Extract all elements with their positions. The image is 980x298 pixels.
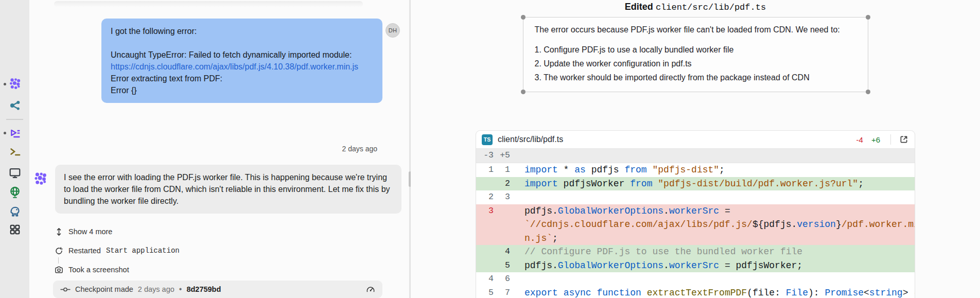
user-message-bubble: I got the following error: Uncaught Type… [101,19,382,103]
refresh-icon [54,246,63,255]
diff-line: 11import * as pdfjs from "pdfjs-dist"; [476,163,915,177]
screenshot-action-row[interactable]: Took a screenshot [54,265,129,274]
agent-message-bubble: I see the error with loading the PDF.js … [55,165,401,214]
diff-line: 5pdfjs.GlobalWorkerOptions.workerSrc = p… [476,259,915,273]
sidebar-divider [6,119,23,120]
run-list-glyph [9,127,21,139]
selection-handle[interactable] [866,15,870,20]
selection-handle[interactable] [866,90,870,94]
restarted-label: Restarted [68,247,101,255]
show-more-button[interactable]: Show 4 more [54,227,112,236]
user-message-detail: Error extracting text from PDF: [111,73,373,84]
typescript-file-icon: TS [482,134,493,145]
globe-glyph [9,186,21,198]
summary-intro: The error occurs because PDF.js worker f… [535,24,856,36]
checkpoint-label: Checkpoint made [75,285,133,293]
summary-message-box[interactable]: The error occurs because PDF.js worker f… [523,17,868,92]
diff-card: TS client/src/lib/pdf.ts -4 +6 -3 +5 [476,130,915,298]
diff-line: 4// Configure PDF.js to use the bundled … [476,245,915,259]
lines-removed-count: -4 [856,135,863,144]
workflows-icon[interactable] [8,126,22,139]
agent-icon[interactable] [8,77,22,91]
terminal-prompt-glyph [9,146,21,157]
panel-title-filepath: client/src/lib/pdf.ts [656,3,766,12]
agent-avatar [33,171,48,186]
commit-icon [60,287,71,292]
diff-line: 57export async function extractTextFromP… [476,286,915,298]
summary-list: 1. Configure PDF.js to use a locally bun… [535,44,856,83]
postgres-elephant-glyph [9,205,21,217]
open-in-editor-icon[interactable] [898,134,909,145]
scrolled-message-fade [54,1,363,7]
database-icon[interactable] [8,204,22,218]
agent-dots-glyph [8,77,22,91]
branch-dots-glyph [9,99,21,112]
selection-handle[interactable] [521,90,526,94]
user-message-error: Uncaught TypeError: Failed to fetch dyna… [111,49,373,61]
user-message-detail2: Error {} [111,84,373,96]
all-tools-icon[interactable] [8,223,22,236]
expand-vertical-icon [54,227,63,236]
action-connector-line [58,257,59,264]
user-message-row: I got the following error: Uncaught Type… [29,19,409,103]
grid-glyph [9,224,21,235]
restarted-target: Start application [106,247,180,255]
blank-line [111,37,373,49]
summary-item: 2. Update the worker configuration in pd… [535,58,856,69]
diff-line: 46 [476,272,915,286]
diff-lines: 11import * as pdfjs from "pdfjs-dist";2i… [476,163,915,298]
camera-icon [54,265,63,274]
hunk-removed: -3 [480,149,494,163]
screenshot-label: Took a screenshot [68,266,129,274]
rollback-gauge-icon[interactable] [366,285,375,293]
user-avatar: DH [386,23,400,38]
diff-hunk-header: -3 +5 [476,149,915,163]
monitor-glyph [9,167,21,179]
diff-line: 23 [476,190,915,204]
restarted-action-row[interactable]: Restarted Start application [54,246,180,255]
selection-handle[interactable] [521,15,526,20]
summary-item: 1. Configure PDF.js to use a locally bun… [535,44,856,56]
agent-active-dot [4,83,6,85]
header-separator [890,134,891,145]
workspace: I got the following error: Uncaught Type… [0,0,980,298]
lines-added-count: +6 [871,135,880,144]
shell-icon[interactable] [8,145,22,158]
agent-chat-panel: I got the following error: Uncaught Type… [29,0,409,298]
workflows-active-dot [4,132,6,134]
assistant-icon[interactable] [8,99,22,112]
checkpoint-separator: • [179,285,182,294]
agent-message-row: I see the error with loading the PDF.js … [29,165,409,214]
diff-line: 3pdfjs.GlobalWorkerOptions.workerSrc = `… [476,204,915,246]
summary-item: 3. The worker should be imported directl… [535,72,856,83]
webview-icon[interactable] [8,166,22,180]
diff-filename: client/src/lib/pdf.ts [498,135,563,144]
agent-dots-glyph [33,171,48,186]
edit-preview-panel: Edited client/src/lib/pdf.ts The error o… [411,0,980,298]
diff-line: 2import pdfjsWorker from "pdfjs-dist/bui… [476,177,915,191]
hunk-added: +5 [497,149,510,163]
user-message-intro: I got the following error: [111,25,373,37]
panel-title: Edited client/src/lib/pdf.ts [411,2,980,12]
checkpoint-time: 2 days ago [138,285,174,293]
error-url-link[interactable]: https://cdnjs.cloudflare.com/ajax/libs/p… [111,62,358,71]
deployments-icon[interactable] [8,185,22,199]
diff-header[interactable]: TS client/src/lib/pdf.ts -4 +6 [476,131,915,149]
show-more-label: Show 4 more [68,227,112,236]
checkpoint-bar[interactable]: Checkpoint made 2 days ago • 8d2759bd [53,281,382,298]
panel-title-action: Edited [625,2,653,12]
tool-sidebar [0,0,29,298]
message-timestamp: 2 days ago [342,145,378,153]
checkpoint-hash: 8d2759bd [186,285,221,293]
